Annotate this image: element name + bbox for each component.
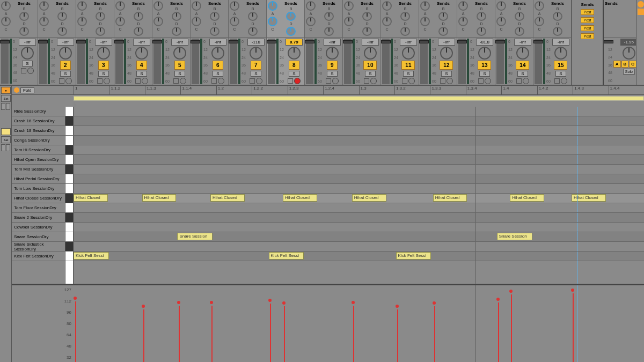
- send-knob[interactable]: [248, 27, 258, 36]
- velocity-bar[interactable]: [179, 306, 180, 362]
- volume-fader[interactable]: [1, 39, 9, 84]
- track-activator[interactable]: [288, 78, 293, 84]
- velocity-bar[interactable]: [397, 309, 398, 362]
- post-button[interactable]: Post: [581, 33, 594, 39]
- track-number-button[interactable]: 8: [289, 61, 299, 70]
- track-number-button[interactable]: 9: [327, 61, 338, 70]
- piano-key[interactable]: [65, 232, 74, 241]
- track-number-button[interactable]: 2: [60, 61, 71, 70]
- post-button[interactable]: Post: [581, 9, 594, 15]
- send-knob[interactable]: [210, 27, 219, 36]
- midi-note[interactable]: Kick Felt Sessi: [269, 252, 304, 260]
- send-knob[interactable]: [535, 17, 544, 26]
- lane-label[interactable]: Crash 18 SessionDry: [12, 126, 65, 135]
- record-arm-button[interactable]: [65, 78, 72, 84]
- piano-key[interactable]: [65, 252, 74, 261]
- record-arm-button[interactable]: [332, 78, 339, 84]
- lane-content[interactable]: [74, 155, 644, 164]
- volume-display[interactable]: -Inf: [400, 39, 417, 46]
- lane-content[interactable]: [74, 136, 644, 145]
- send-knob[interactable]: [362, 27, 372, 36]
- piano-key[interactable]: [65, 242, 74, 251]
- timeline-ruler[interactable]: 11.1.21.1.31.1.41.21.2.21.2.31.2.41.31.3…: [74, 86, 644, 94]
- nudge-left[interactable]: [1, 103, 5, 110]
- send-knob[interactable]: [57, 27, 67, 36]
- pan-knob[interactable]: [326, 47, 339, 60]
- solo-button[interactable]: S: [327, 71, 337, 77]
- send-knob[interactable]: [96, 12, 105, 21]
- send-knob[interactable]: [39, 1, 49, 11]
- send-knob[interactable]: [268, 17, 277, 26]
- volume-fader[interactable]: [344, 39, 352, 84]
- track-number-button[interactable]: 13: [478, 61, 491, 70]
- velocity-area[interactable]: [74, 285, 644, 362]
- send-knob[interactable]: [286, 12, 296, 21]
- velocity-bar[interactable]: [353, 306, 354, 362]
- record-arm-button[interactable]: [370, 78, 377, 84]
- lane-content[interactable]: [74, 165, 644, 174]
- track-strip[interactable]: ACSendsBD01224364860-InfS: [0, 0, 38, 85]
- send-knob[interactable]: [438, 27, 448, 36]
- record-arm-button[interactable]: [561, 78, 567, 84]
- send-knob[interactable]: [172, 27, 181, 36]
- send-knob[interactable]: [96, 27, 105, 36]
- velocity-handle[interactable]: [282, 301, 286, 305]
- piano-key[interactable]: [65, 155, 74, 164]
- volume-display[interactable]: 0.79: [286, 39, 303, 46]
- midi-note[interactable]: Kick Felt Sessi: [74, 252, 109, 260]
- nudge-right[interactable]: [6, 103, 10, 110]
- send-knob[interactable]: [248, 12, 258, 21]
- lane-content[interactable]: [74, 116, 644, 125]
- solo-button[interactable]: S: [441, 71, 451, 77]
- volume-display[interactable]: -Inf: [95, 39, 112, 46]
- lane-content[interactable]: [74, 213, 644, 222]
- pan-knob[interactable]: [21, 47, 34, 60]
- send-knob[interactable]: [286, 27, 296, 36]
- piano-key[interactable]: [65, 213, 74, 222]
- solo-button[interactable]: S: [479, 71, 489, 77]
- record-arm-button[interactable]: [256, 78, 262, 84]
- nudge-right[interactable]: [6, 144, 10, 151]
- velocity-handle[interactable]: [571, 289, 574, 292]
- solo-button[interactable]: Solo: [623, 69, 635, 75]
- nudge-left[interactable]: [1, 144, 5, 151]
- send-knob[interactable]: [515, 27, 524, 36]
- send-knob[interactable]: [57, 12, 67, 21]
- master-pan[interactable]: [623, 47, 635, 60]
- lane-content[interactable]: Kick Felt SessiKick Felt SessiKick Felt …: [74, 252, 644, 261]
- pan-knob[interactable]: [288, 47, 301, 60]
- send-knob[interactable]: [268, 1, 277, 11]
- view-mode[interactable]: [1, 128, 11, 135]
- velocity-handle[interactable]: [268, 299, 272, 302]
- midi-note[interactable]: Hihat Closed: [352, 194, 386, 202]
- lane-content[interactable]: Hihat ClosedHihat ClosedHihat ClosedHiha…: [74, 194, 644, 203]
- send-knob[interactable]: [210, 12, 219, 21]
- enable-icon[interactable]: [14, 87, 19, 93]
- track-number-button[interactable]: 5: [174, 61, 185, 70]
- send-knob[interactable]: [19, 27, 29, 36]
- velocity-bar[interactable]: [211, 306, 213, 362]
- send-knob[interactable]: [192, 17, 201, 26]
- track-strip[interactable]: ACSendsBD01224364860-1187S: [229, 0, 267, 85]
- velocity-handle[interactable]: [177, 301, 180, 304]
- record-arm-button[interactable]: [180, 78, 186, 84]
- fold-button[interactable]: Fold: [20, 87, 34, 93]
- volume-fader[interactable]: [39, 39, 47, 84]
- lane-label[interactable]: Tom Hi SessionDry: [12, 145, 65, 154]
- lane-label[interactable]: Hihat Open SessionDry: [12, 155, 65, 164]
- piano-key[interactable]: [65, 145, 74, 154]
- piano-key[interactable]: [65, 136, 74, 145]
- pan-knob[interactable]: [440, 47, 453, 60]
- record-arm-button[interactable]: [218, 78, 224, 84]
- velocity-handle[interactable]: [396, 305, 399, 308]
- velocity-bar[interactable]: [573, 293, 574, 362]
- midi-note[interactable]: Hihat Closed: [433, 194, 467, 202]
- volume-display[interactable]: -Inf: [209, 39, 226, 46]
- piano-key[interactable]: [65, 174, 74, 183]
- lane-content[interactable]: [74, 145, 644, 154]
- send-knob[interactable]: [230, 1, 239, 11]
- track-number-button[interactable]: 12: [440, 61, 453, 70]
- send-knob[interactable]: [344, 1, 354, 11]
- record-arm-button[interactable]: [27, 68, 34, 74]
- send-knob[interactable]: [134, 27, 143, 36]
